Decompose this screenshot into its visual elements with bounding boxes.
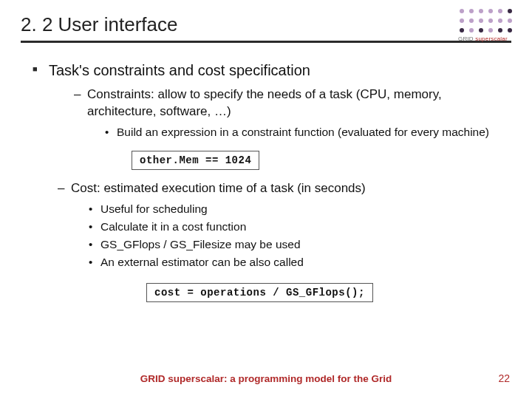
cost-point: Useful for scheduling [89, 202, 511, 217]
cost-point: An external estimator can be also called [89, 255, 511, 270]
constraints-label: Constraints: allow to specify the needs … [87, 87, 442, 118]
cost-point: GS_GFlops / GS_Filesize may be used [89, 237, 511, 253]
cost-label: Cost: estimated execution time of a task… [71, 181, 366, 195]
cost-item: Cost: estimated execution time of a task… [58, 180, 511, 270]
logo-dots [458, 7, 516, 34]
slide-title: 2. 2 User interface [21, 13, 511, 41]
cost-point: Calculate it in a cost function [89, 219, 511, 235]
footer-text: GRID superscalar: a programming model fo… [0, 373, 532, 384]
brand-logo: GRID superscalar [458, 7, 516, 42]
content-list: Task's constraints and cost specificatio… [21, 62, 511, 140]
topic-item: Task's constraints and cost specificatio… [33, 62, 511, 140]
cost-code-box: cost = operations / GS_GFlops(); [146, 283, 373, 302]
constraints-item: Constraints: allow to specify the needs … [74, 86, 511, 140]
constraints-detail: Build an expression in a constraint func… [105, 125, 511, 140]
title-underline [21, 41, 511, 43]
logo-text: GRID superscalar [458, 35, 516, 42]
constraint-code-box: other.Mem == 1024 [132, 151, 259, 170]
page-number: 22 [498, 372, 510, 384]
topic-heading: Task's constraints and cost specificatio… [49, 62, 310, 78]
